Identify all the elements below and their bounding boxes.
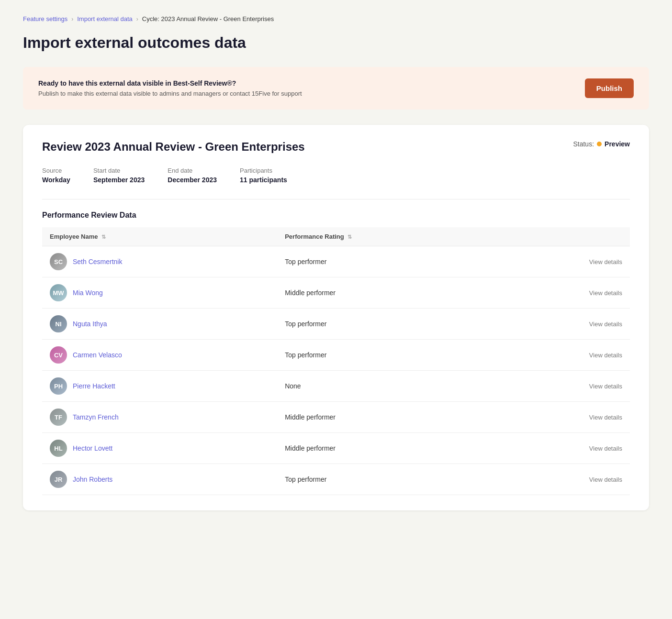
section-title: Performance Review Data [42,211,630,220]
rating-cell-2: Top performer [277,309,512,340]
col-header-action [512,227,630,246]
view-details-link-4[interactable]: View details [589,383,622,390]
review-card-header: Review 2023 Annual Review - Green Enterp… [42,140,630,154]
avatar-1: MW [50,284,67,301]
employee-link-7[interactable]: John Roberts [73,475,112,483]
employee-link-1[interactable]: Mia Wong [73,289,103,297]
meta-start-label: Start date [93,167,145,174]
avatar-initials-6: HL [54,445,62,452]
col-header-rating: Performance Rating ⇅ [277,227,512,246]
action-cell-4: View details [512,371,630,402]
avatar-3: CV [50,346,67,364]
table-row: SC Seth Cesmertnik Top performer View de… [42,246,630,277]
view-details-link-0[interactable]: View details [589,258,622,265]
sort-name-icon[interactable]: ⇅ [101,234,106,240]
performance-table: Employee Name ⇅ Performance Rating ⇅ SC … [42,227,630,495]
publish-banner-text: Ready to have this external data visible… [38,79,302,97]
action-cell-7: View details [512,464,630,495]
table-row: JR John Roberts Top performer View detai… [42,464,630,495]
avatar-initials-0: SC [54,258,63,265]
employee-cell-4: PH Pierre Hackett [42,371,277,402]
avatar-initials-4: PH [54,383,63,390]
review-card: Review 2023 Annual Review - Green Enterp… [23,125,649,510]
meta-source-value: Workday [42,176,70,184]
rating-cell-6: Middle performer [277,433,512,464]
status-badge: Status: Preview [573,140,630,148]
breadcrumb-import-external[interactable]: Import external data [77,15,133,22]
publish-banner: Ready to have this external data visible… [23,67,649,110]
rating-cell-4: None [277,371,512,402]
view-details-link-5[interactable]: View details [589,414,622,421]
avatar-initials-2: NI [56,321,62,328]
meta-start-date: Start date September 2023 [93,167,145,184]
employee-cell-6: HL Hector Lovett [42,433,277,464]
breadcrumb-feature-settings[interactable]: Feature settings [23,15,67,22]
employee-link-3[interactable]: Carmen Velasco [73,351,122,359]
employee-cell-2: NI Nguta Ithya [42,309,277,340]
avatar-initials-3: CV [54,352,63,359]
rating-cell-5: Middle performer [277,402,512,433]
employee-cell-1: MW Mia Wong [42,277,277,309]
avatar-initials-7: JR [55,476,63,483]
table-row: HL Hector Lovett Middle performer View d… [42,433,630,464]
avatar-initials-1: MW [53,289,64,297]
meta-end-value: December 2023 [168,176,217,184]
view-details-link-3[interactable]: View details [589,352,622,359]
meta-start-value: September 2023 [93,176,145,184]
table-row: CV Carmen Velasco Top performer View det… [42,340,630,371]
breadcrumb-sep-2: › [136,16,138,22]
employee-link-0[interactable]: Seth Cesmertnik [73,258,122,265]
action-cell-2: View details [512,309,630,340]
table-row: NI Nguta Ithya Top performer View detail… [42,309,630,340]
view-details-link-1[interactable]: View details [589,289,622,297]
meta-participants-value: 11 participants [240,176,287,184]
rating-cell-1: Middle performer [277,277,512,309]
avatar-5: TF [50,409,67,426]
avatar-0: SC [50,253,67,270]
employee-link-5[interactable]: Tamzyn French [73,413,119,421]
rating-cell-0: Top performer [277,246,512,277]
employee-cell-0: SC Seth Cesmertnik [42,246,277,277]
col-rating-label: Performance Rating [285,233,344,240]
meta-end-label: End date [168,167,217,174]
employee-link-6[interactable]: Hector Lovett [73,444,112,452]
action-cell-3: View details [512,340,630,371]
avatar-initials-5: TF [55,414,62,421]
breadcrumb-current: Cycle: 2023 Annual Review - Green Enterp… [142,15,274,22]
rating-cell-3: Top performer [277,340,512,371]
breadcrumb: Feature settings › Import external data … [23,15,649,22]
breadcrumb-sep-1: › [71,16,73,22]
meta-source: Source Workday [42,167,70,184]
view-details-link-2[interactable]: View details [589,321,622,328]
sort-rating-icon[interactable]: ⇅ [347,234,352,240]
avatar-6: HL [50,440,67,457]
action-cell-1: View details [512,277,630,309]
review-card-title: Review 2023 Annual Review - Green Enterp… [42,140,305,154]
banner-title: Ready to have this external data visible… [38,79,302,87]
section-divider [42,199,630,199]
view-details-link-6[interactable]: View details [589,445,622,452]
status-dot-icon [597,142,602,146]
action-cell-6: View details [512,433,630,464]
employee-cell-3: CV Carmen Velasco [42,340,277,371]
review-meta: Source Workday Start date September 2023… [42,167,630,184]
meta-participants-label: Participants [240,167,287,174]
employee-cell-7: JR John Roberts [42,464,277,495]
rating-cell-7: Top performer [277,464,512,495]
table-row: TF Tamzyn French Middle performer View d… [42,402,630,433]
table-row: PH Pierre Hackett None View details [42,371,630,402]
view-details-link-7[interactable]: View details [589,476,622,483]
page-title: Import external outcomes data [23,34,649,52]
meta-source-label: Source [42,167,70,174]
status-value: Preview [605,140,630,148]
col-header-name: Employee Name ⇅ [42,227,277,246]
avatar-7: JR [50,471,67,488]
banner-subtitle: Publish to make this external data visib… [38,90,302,97]
employee-link-2[interactable]: Nguta Ithya [73,320,107,328]
publish-button[interactable]: Publish [585,78,634,98]
employee-link-4[interactable]: Pierre Hackett [73,382,115,390]
col-name-label: Employee Name [50,233,98,240]
meta-participants: Participants 11 participants [240,167,287,184]
table-header-row: Employee Name ⇅ Performance Rating ⇅ [42,227,630,246]
employee-cell-5: TF Tamzyn French [42,402,277,433]
